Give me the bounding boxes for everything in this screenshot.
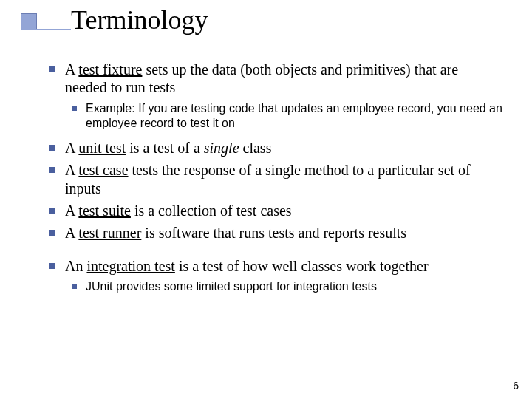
slide: Terminology A test fixture sets up the d…	[0, 0, 532, 399]
term-test-runner: test runner	[78, 225, 141, 241]
text: is a test of how well classes work toget…	[175, 258, 429, 274]
accent-line-icon	[21, 29, 71, 30]
term-unit-test: unit test	[78, 140, 126, 156]
text: is a test of a	[126, 140, 204, 156]
text: class	[239, 140, 272, 156]
bullet-unit-test: A unit test is a test of a single class	[44, 139, 502, 157]
bullet-test-runner: A test runner is software that runs test…	[44, 224, 502, 242]
text: A	[65, 225, 78, 241]
term-test-suite: test suite	[78, 202, 131, 219]
term-test-fixture: test fixture	[78, 61, 142, 78]
text: A	[65, 140, 78, 156]
bullet-test-case: A test case tests the response of a sing…	[44, 161, 502, 197]
term-integration-test: integration test	[86, 258, 174, 274]
page-number: 6	[513, 380, 519, 392]
emph-single: single	[204, 140, 239, 156]
slide-title: Terminology	[71, 4, 208, 35]
text: A	[65, 162, 78, 178]
bullet-test-fixture: A test fixture sets up the data (both ob…	[44, 61, 502, 97]
text: is software that runs tests and reports …	[141, 225, 406, 241]
text: A	[65, 61, 78, 78]
bullet-integration-test: An integration test is a test of how wel…	[44, 257, 502, 275]
text: A	[65, 202, 78, 219]
term-test-case: test case	[78, 162, 128, 178]
sub-bullet-junit-support: JUnit provides some limited support for …	[44, 279, 502, 294]
accent-square-icon	[21, 13, 37, 30]
slide-body: A test fixture sets up the data (both ob…	[44, 61, 502, 302]
spacer	[44, 247, 502, 257]
text: is a collection of test cases	[131, 202, 292, 219]
bullet-test-suite: A test suite is a collection of test cas…	[44, 202, 502, 219]
sub-bullet-example-employee: Example: If you are testing code that up…	[44, 101, 502, 132]
text: An	[65, 258, 86, 274]
